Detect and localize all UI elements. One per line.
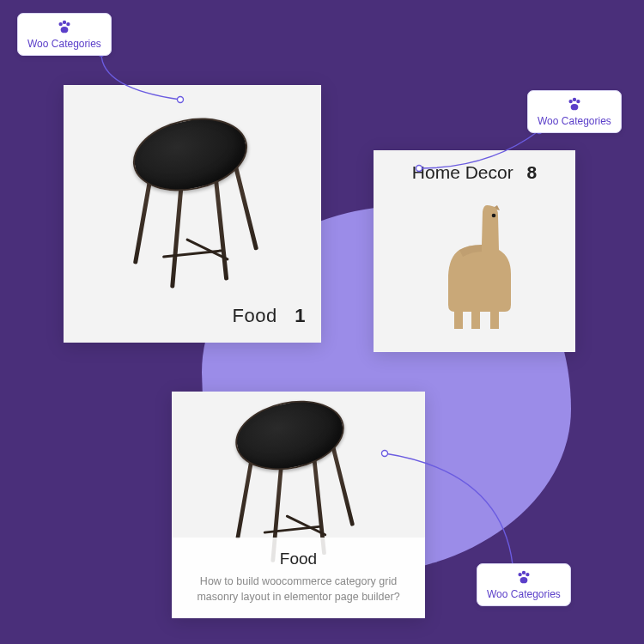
svg-point-9 [66,22,70,26]
paw-icon [538,97,611,113]
svg-point-7 [58,22,62,26]
svg-point-15 [518,573,521,576]
card-caption: Food How to build woocommerce category g… [172,538,425,618]
svg-point-11 [568,100,572,103]
tag-label: Woo Categories [538,115,611,127]
category-count: 8 [527,162,538,182]
svg-point-10 [61,27,69,33]
paw-icon [27,20,101,36]
stool-image [234,402,344,469]
tag-woo-categories[interactable]: Woo Categories [17,13,112,56]
paw-icon [487,570,561,586]
category-title: Home Decor [412,162,513,182]
tag-label: Woo Categories [27,38,101,50]
category-card-food[interactable]: Food 1 [64,85,321,343]
svg-point-17 [526,573,529,576]
category-card-home-decor[interactable]: Home Decor 8 [374,150,575,352]
category-title: Food [232,305,276,326]
svg-point-0 [492,214,496,218]
card-label: Food 1 [232,305,306,327]
category-title: Food [187,550,410,568]
llama-figurine-image [434,204,528,336]
card-label: Home Decor 8 [374,162,575,183]
tag-woo-categories[interactable]: Woo Categories [527,90,622,133]
category-description: How to build woocommerce category grid m… [187,574,410,605]
svg-point-14 [571,104,579,110]
svg-point-16 [522,571,526,574]
svg-point-12 [573,98,576,101]
category-count: 1 [295,305,306,326]
category-card-food-detail[interactable]: Food How to build woocommerce category g… [172,392,425,618]
svg-point-13 [576,100,580,103]
svg-point-8 [63,21,66,24]
tag-label: Woo Categories [487,588,561,600]
svg-point-18 [520,577,528,583]
tag-woo-categories[interactable]: Woo Categories [477,563,571,606]
stool-image [132,119,248,190]
